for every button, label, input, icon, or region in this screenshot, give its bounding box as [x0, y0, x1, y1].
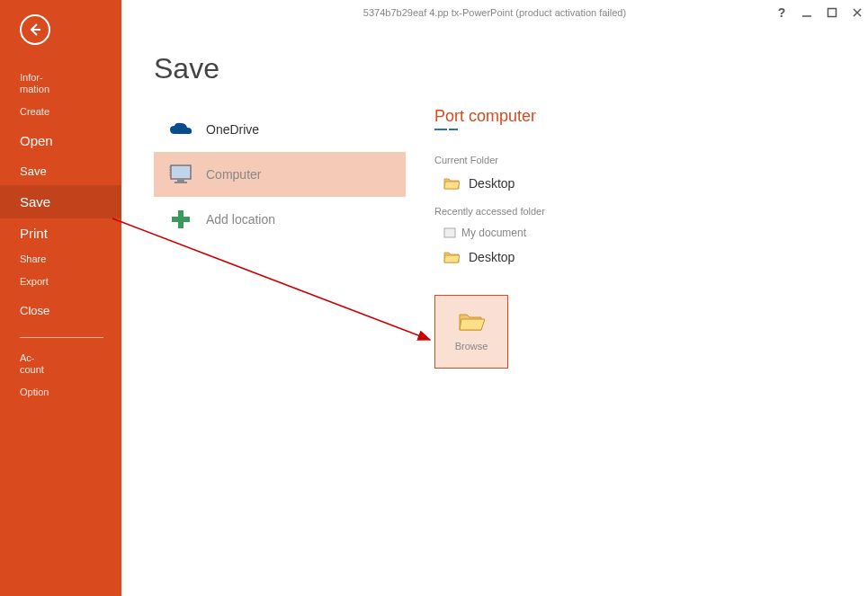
svg-rect-17	[444, 228, 455, 237]
window-controls: ?	[774, 5, 864, 20]
svg-rect-6	[173, 167, 189, 177]
nav-options[interactable]: Option	[0, 381, 121, 404]
computer-underline-icon	[434, 128, 458, 131]
svg-rect-14	[172, 217, 190, 222]
nav-print[interactable]: Print	[0, 218, 121, 248]
nav-share[interactable]: Share	[0, 248, 121, 271]
nav-account[interactable]: Ac- count	[0, 347, 121, 381]
close-icon[interactable]	[850, 7, 864, 18]
nav-save[interactable]: Save	[0, 157, 121, 185]
recent-folder-desktop[interactable]: Desktop	[434, 245, 668, 273]
location-onedrive-label: OneDrive	[206, 122, 259, 137]
browse-label: Browse	[455, 341, 488, 351]
current-folder-desktop[interactable]: Desktop	[434, 173, 668, 200]
nav-save-as[interactable]: Save	[0, 185, 121, 218]
main-panel: Save OneDrive	[121, 25, 868, 596]
nav-export[interactable]: Export	[0, 271, 121, 293]
document-icon	[443, 227, 456, 238]
save-locations: OneDrive Computer Ad	[154, 107, 406, 369]
title-bar: 5374b7b29eaf 4.pp tx-PowerPoint (product…	[121, 0, 868, 25]
computer-panel: Port computer Current Folder Desktop Rec…	[434, 107, 668, 369]
recent-doc-label: My document	[461, 227, 526, 239]
window-title: 5374b7b29eaf 4.pp tx-PowerPoint (product…	[363, 7, 626, 18]
recent-folder-name: Desktop	[469, 250, 515, 264]
location-add-label: Add location	[206, 212, 275, 227]
add-location-icon	[168, 209, 193, 229]
onedrive-icon	[168, 120, 193, 139]
computer-panel-title: Port computer	[434, 107, 668, 126]
nav-open[interactable]: Open	[0, 124, 121, 157]
minimize-icon[interactable]	[800, 7, 814, 18]
location-computer-label: Computer	[206, 167, 261, 182]
help-icon[interactable]: ?	[774, 5, 789, 20]
page-title: Save	[154, 52, 868, 85]
folder-icon	[443, 251, 460, 263]
nav-create[interactable]: Create	[0, 101, 121, 123]
recent-my-document[interactable]: My document	[434, 225, 668, 245]
location-onedrive[interactable]: OneDrive	[154, 107, 406, 152]
recent-folder-label: Recently accessed folder	[434, 205, 668, 218]
nav-information[interactable]: Infor- mation	[0, 67, 121, 101]
folder-open-icon	[458, 312, 485, 332]
computer-icon	[168, 165, 193, 184]
nav-close[interactable]: Close	[0, 293, 121, 328]
browse-button[interactable]: Browse	[434, 295, 508, 369]
current-folder-label: Current Folder	[434, 155, 668, 165]
current-folder-name: Desktop	[469, 176, 515, 191]
location-computer[interactable]: Computer	[154, 152, 406, 197]
location-add[interactable]: Add location	[154, 197, 406, 242]
svg-rect-8	[174, 182, 187, 183]
svg-rect-1	[828, 9, 837, 17]
back-button[interactable]	[20, 14, 50, 45]
restore-icon[interactable]	[825, 7, 839, 18]
nav-divider	[20, 337, 103, 338]
folder-icon	[443, 177, 460, 190]
svg-rect-7	[177, 180, 184, 182]
backstage-sidebar: Infor- mation Create Open Save Save Prin…	[0, 0, 121, 596]
